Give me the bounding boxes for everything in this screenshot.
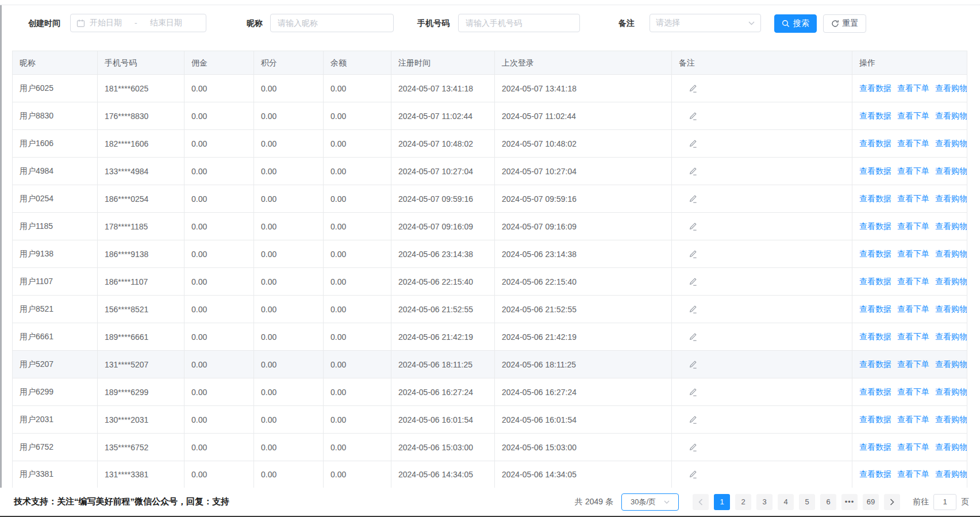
view-data-link[interactable]: 查看数据 [859, 83, 891, 94]
view-orders-link[interactable]: 查看下单 [897, 194, 929, 204]
view-data-link[interactable]: 查看数据 [859, 304, 891, 315]
view-orders-link[interactable]: 查看下单 [897, 304, 929, 315]
view-orders-link[interactable]: 查看下单 [897, 277, 929, 287]
view-data-link[interactable]: 查看数据 [859, 166, 891, 177]
view-data-link[interactable]: 查看数据 [859, 332, 891, 342]
edit-remark-icon[interactable] [688, 360, 697, 369]
view-data-link[interactable]: 查看数据 [859, 194, 891, 204]
view-orders-link[interactable]: 查看下单 [897, 469, 929, 480]
remark-select[interactable]: 请选择 [650, 14, 761, 32]
goto-page-input[interactable] [933, 494, 956, 510]
page-button-5[interactable]: 5 [799, 494, 815, 510]
view-orders-link[interactable]: 查看下单 [897, 166, 929, 177]
view-orders-link[interactable]: 查看下单 [897, 111, 929, 121]
view-orders-link[interactable]: 查看下单 [897, 387, 929, 397]
edit-remark-icon[interactable] [688, 112, 697, 121]
view-cart-link[interactable]: 查看购物车 [935, 166, 967, 177]
edit-remark-icon[interactable] [688, 222, 697, 231]
cell-phone: 176****8830 [98, 102, 185, 129]
view-orders-link[interactable]: 查看下单 [897, 332, 929, 342]
edit-remark-icon[interactable] [688, 139, 697, 148]
view-orders-link[interactable]: 查看下单 [897, 221, 929, 232]
view-cart-link[interactable]: 查看购物车 [935, 83, 967, 94]
view-cart-link[interactable]: 查看购物车 [935, 277, 967, 287]
edit-remark-icon[interactable] [688, 388, 697, 397]
view-cart-link[interactable]: 查看购物车 [935, 442, 967, 453]
date-range-picker[interactable]: 开始日期 - 结束日期 [70, 14, 206, 32]
cell-balance: 0.00 [324, 75, 391, 102]
view-data-link[interactable]: 查看数据 [859, 442, 891, 453]
cell-nickname: 用户8830 [13, 102, 98, 129]
view-orders-link[interactable]: 查看下单 [897, 139, 929, 149]
pager-more-button[interactable]: ••• [841, 494, 858, 510]
view-cart-link[interactable]: 查看购物车 [935, 111, 967, 121]
edit-remark-icon[interactable] [688, 332, 697, 342]
col-header-last-login: 上次登录 [495, 51, 672, 74]
view-cart-link[interactable]: 查看购物车 [935, 469, 967, 480]
view-cart-link[interactable]: 查看购物车 [935, 249, 967, 259]
left-edge-strip [0, 5, 2, 491]
view-data-link[interactable]: 查看数据 [859, 469, 891, 480]
cell-actions: 查看数据 查看下单 查看购物车 [852, 296, 967, 323]
page-button-69[interactable]: 69 [863, 494, 879, 510]
nickname-input[interactable] [270, 14, 394, 32]
view-data-link[interactable]: 查看数据 [859, 387, 891, 397]
col-header-nickname: 昵称 [13, 51, 98, 74]
cell-registered: 2024-05-07 10:48:02 [391, 130, 495, 157]
cell-remark [672, 130, 852, 157]
view-data-link[interactable]: 查看数据 [859, 359, 891, 370]
cell-phone: 131****3381 [98, 461, 185, 488]
goto-suffix: 页 [961, 497, 969, 507]
view-cart-link[interactable]: 查看购物车 [935, 221, 967, 232]
page-button-1[interactable]: 1 [714, 494, 730, 510]
view-orders-link[interactable]: 查看下单 [897, 442, 929, 453]
edit-remark-icon[interactable] [688, 470, 697, 479]
table-row: 用户6025 181****6025 0.00 0.00 0.00 2024-0… [13, 74, 967, 102]
view-data-link[interactable]: 查看数据 [859, 415, 891, 425]
page-size-select[interactable]: 30条/页 [621, 493, 679, 511]
view-data-link[interactable]: 查看数据 [859, 111, 891, 121]
view-cart-link[interactable]: 查看购物车 [935, 304, 967, 315]
page-button-4[interactable]: 4 [778, 494, 794, 510]
page-button-3[interactable]: 3 [756, 494, 773, 510]
reset-button[interactable]: 重置 [823, 14, 866, 33]
edit-remark-icon[interactable] [688, 277, 697, 286]
view-orders-link[interactable]: 查看下单 [897, 249, 929, 259]
view-data-link[interactable]: 查看数据 [859, 221, 891, 232]
view-cart-link[interactable]: 查看购物车 [935, 415, 967, 425]
edit-remark-icon[interactable] [688, 305, 697, 314]
search-button[interactable]: 搜索 [774, 14, 817, 33]
edit-remark-icon[interactable] [688, 415, 697, 424]
next-page-button[interactable] [884, 494, 900, 510]
cell-phone: 189****6299 [98, 378, 185, 405]
edit-remark-icon[interactable] [688, 443, 697, 452]
view-data-link[interactable]: 查看数据 [859, 139, 891, 149]
page-button-6[interactable]: 6 [820, 494, 836, 510]
phone-input[interactable] [458, 14, 580, 32]
total-count: 共 2049 条 [575, 497, 613, 507]
view-cart-link[interactable]: 查看购物车 [935, 359, 967, 370]
cell-registered: 2024-05-07 13:41:18 [391, 75, 495, 102]
edit-remark-icon[interactable] [688, 84, 697, 93]
cell-commission: 0.00 [185, 296, 254, 323]
cell-registered: 2024-05-06 23:14:38 [391, 240, 495, 267]
chevron-down-icon [748, 21, 755, 25]
view-cart-link[interactable]: 查看购物车 [935, 194, 967, 204]
edit-remark-icon[interactable] [688, 194, 697, 204]
view-cart-link[interactable]: 查看购物车 [935, 139, 967, 149]
view-data-link[interactable]: 查看数据 [859, 249, 891, 259]
view-orders-link[interactable]: 查看下单 [897, 359, 929, 370]
page-button-2[interactable]: 2 [735, 494, 751, 510]
cell-last-login: 2024-05-07 09:59:16 [495, 185, 672, 212]
view-cart-link[interactable]: 查看购物车 [935, 387, 967, 397]
edit-remark-icon[interactable] [688, 250, 697, 259]
table-row: 用户5207 131****5207 0.00 0.00 0.00 2024-0… [13, 350, 967, 378]
col-header-commission: 佣金 [185, 51, 254, 74]
view-cart-link[interactable]: 查看购物车 [935, 332, 967, 342]
edit-remark-icon[interactable] [688, 167, 697, 176]
view-orders-link[interactable]: 查看下单 [897, 415, 929, 425]
view-data-link[interactable]: 查看数据 [859, 277, 891, 287]
prev-page-button[interactable] [693, 494, 709, 510]
cell-registered: 2024-05-07 09:16:09 [391, 213, 495, 240]
view-orders-link[interactable]: 查看下单 [897, 83, 929, 94]
